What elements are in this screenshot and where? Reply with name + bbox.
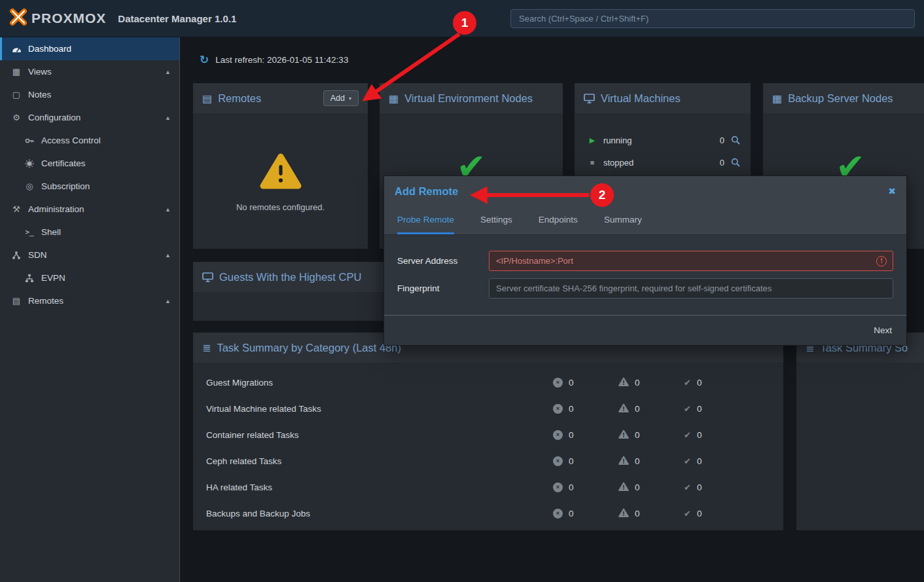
remotes-empty-message: No remotes configured.	[193, 202, 368, 212]
panel-title: Virtual Environment Nodes	[404, 92, 533, 105]
stopped-square-icon: ■	[588, 158, 597, 166]
search-magnifier-icon[interactable]	[731, 136, 740, 145]
sidebar-item-subscription[interactable]: ◎ Subscription	[0, 175, 179, 198]
server-address-label: Server Address	[397, 256, 489, 266]
running-play-icon: ▶	[588, 136, 597, 145]
vm-status-list: ▶ running 0 ■ stopped 0	[575, 129, 751, 173]
vm-status-row-running: ▶ running 0	[575, 129, 751, 151]
warning-triangle-icon	[618, 482, 629, 493]
sidebar-item-label: Shell	[41, 227, 61, 237]
search-magnifier-icon[interactable]	[731, 158, 740, 167]
sidebar-item-notes[interactable]: ▢ Notes	[0, 83, 179, 106]
check-icon: ✔	[684, 378, 691, 388]
warning-triangle-icon	[618, 429, 629, 441]
task-category-label: Backups and Backup Jobs	[206, 509, 553, 518]
list-icon: ≣	[202, 342, 211, 354]
ok-count: 0	[697, 404, 702, 414]
warning-triangle-icon	[618, 508, 629, 519]
sidebar: Dashboard ▦ Views ▲ ▢ Notes ⚙ Configurat…	[0, 37, 180, 582]
field-error-icon: !	[876, 256, 887, 266]
task-summary-sources-panel: ≣ Task Summary So	[796, 333, 924, 530]
panel-title: Task Summary by Category (Last 48h)	[217, 342, 401, 354]
check-icon: ✔	[684, 456, 691, 466]
warning-count: 0	[635, 430, 640, 440]
task-category-label: Container related Tasks	[206, 430, 553, 440]
vm-status-count: 0	[720, 136, 724, 145]
sidebar-item-evpn[interactable]: EVPN	[0, 266, 179, 289]
tab-settings[interactable]: Settings	[480, 206, 512, 234]
sidebar-item-label: EVPN	[41, 273, 65, 283]
dialog-footer: Next	[384, 315, 906, 345]
dialog-title: Add Remote	[395, 185, 888, 198]
error-count: 0	[569, 378, 574, 388]
dialog-body: Server Address ! Fingerprint	[384, 235, 906, 299]
chevron-up-icon: ▲	[165, 69, 171, 75]
warning-count: 0	[635, 456, 640, 466]
error-circle-icon: ×	[553, 430, 563, 440]
error-count: 0	[569, 482, 574, 492]
close-icon[interactable]: ✖	[888, 186, 896, 196]
add-remote-button[interactable]: Add ▾	[323, 90, 359, 106]
check-icon: ✔	[684, 482, 691, 492]
refresh-status: ↻ Last refresh: 2026-01-05 11:42:33	[200, 53, 348, 67]
sidebar-item-access-control[interactable]: Access Control	[0, 129, 179, 152]
fingerprint-label: Fingerprint	[397, 283, 489, 293]
tab-summary[interactable]: Summary	[604, 206, 642, 234]
panel-title: Virtual Machines	[601, 92, 681, 105]
sidebar-item-sdn[interactable]: SDN ▲	[0, 244, 179, 266]
sidebar-item-configuration[interactable]: ⚙ Configuration ▲	[0, 106, 179, 129]
sidebar-item-administration[interactable]: ⚒ Administration ▲	[0, 198, 179, 221]
tab-probe-remote[interactable]: Probe Remote	[397, 206, 454, 234]
sidebar-item-label: Views	[28, 67, 52, 77]
server-address-input[interactable]	[489, 251, 893, 271]
tab-endpoints[interactable]: Endpoints	[539, 206, 578, 234]
ok-count: 0	[697, 509, 702, 518]
dialog-tabs: Probe Remote Settings Endpoints Summary	[384, 206, 906, 235]
note-icon: ▢	[9, 90, 24, 100]
sidebar-item-dashboard[interactable]: Dashboard	[0, 37, 179, 60]
next-button[interactable]: Next	[870, 325, 896, 336]
network-icon	[9, 251, 24, 260]
warning-count: 0	[635, 404, 640, 414]
error-circle-icon: ×	[553, 404, 563, 414]
app-window: PROXMOX Datacenter Manager 1.0.1 Dashboa…	[0, 0, 924, 582]
error-circle-icon: ×	[553, 482, 563, 492]
fingerprint-row: Fingerprint	[397, 278, 893, 299]
vm-status-count: 0	[720, 158, 724, 168]
warning-count: 0	[635, 378, 640, 388]
add-remote-dialog: Add Remote ✖ Probe Remote Settings Endpo…	[383, 175, 907, 346]
last-refresh-text: Last refresh: 2026-01-05 11:42:33	[215, 55, 348, 65]
sidebar-item-views[interactable]: ▦ Views ▲	[0, 60, 179, 83]
dashboard-gauge-icon	[9, 45, 24, 53]
refresh-icon[interactable]: ↻	[200, 53, 209, 67]
chevron-up-icon: ▲	[165, 298, 171, 304]
task-category-label: HA related Tasks	[206, 482, 553, 492]
sidebar-item-certificates[interactable]: Certificates	[0, 152, 179, 175]
fingerprint-input[interactable]	[489, 278, 893, 299]
remotes-panel: ▤ Remotes Add ▾ No remotes configured.	[193, 83, 368, 249]
terminal-icon: >_	[22, 228, 37, 236]
sidebar-item-remotes[interactable]: ▤ Remotes ▲	[0, 289, 179, 312]
sidebar-item-label: Dashboard	[28, 44, 71, 54]
check-icon: ✔	[684, 404, 691, 414]
chevron-up-icon: ▲	[165, 252, 171, 259]
grid-icon: ▦	[9, 67, 24, 77]
sidebar-item-shell[interactable]: >_ Shell	[0, 221, 179, 244]
search-input[interactable]	[510, 9, 915, 28]
proxmox-x-icon	[9, 9, 27, 28]
ok-count: 0	[697, 456, 702, 466]
sitemap-icon	[22, 274, 37, 283]
task-row: Ceph related Tasks ×0 0 ✔0	[193, 448, 783, 474]
sidebar-item-label: Administration	[28, 204, 84, 214]
ok-count: 0	[697, 482, 702, 492]
sidebar-item-label: Configuration	[28, 113, 80, 122]
sidebar-item-label: SDN	[28, 250, 47, 260]
task-category-label: Virtual Machine related Tasks	[206, 404, 553, 414]
sidebar-item-label: Subscription	[41, 181, 90, 191]
panel-title: Backup Server Nodes	[788, 92, 893, 105]
error-count: 0	[569, 509, 574, 518]
task-row: Guest Migrations ×0 0 ✔0	[193, 369, 783, 395]
task-row: HA related Tasks ×0 0 ✔0	[193, 474, 783, 500]
warning-count: 0	[635, 509, 640, 518]
error-circle-icon: ×	[553, 378, 563, 388]
